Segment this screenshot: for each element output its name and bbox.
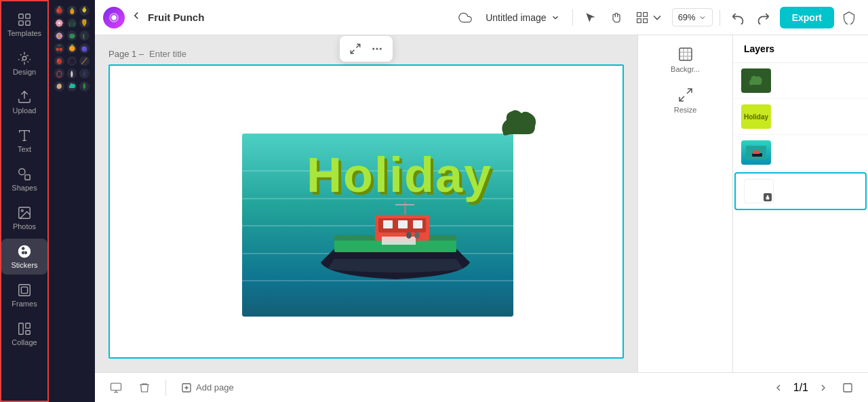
stickers-icon bbox=[17, 244, 32, 259]
sidebar-item-upload[interactable]: Upload bbox=[1, 84, 47, 120]
page-thumbnail-button[interactable] bbox=[106, 378, 126, 398]
file-name-button[interactable]: Untitled image bbox=[480, 9, 566, 26]
bottom-divider bbox=[165, 380, 166, 396]
sidebar-item-shapes[interactable]: Shapes bbox=[1, 161, 47, 197]
page-title-input[interactable] bbox=[149, 49, 263, 59]
sticker-dark-blob[interactable] bbox=[67, 56, 77, 66]
zoom-button[interactable]: 69% bbox=[672, 8, 713, 26]
canvas-scroll-area[interactable]: Page 1 – bbox=[95, 35, 637, 372]
sticker-white-shape[interactable] bbox=[67, 68, 77, 79]
layer-item-cloud[interactable] bbox=[733, 63, 868, 99]
svg-rect-13 bbox=[26, 331, 30, 335]
hand-tool-button[interactable] bbox=[606, 7, 627, 28]
svg-point-54 bbox=[56, 48, 57, 49]
zoom-level: 69% bbox=[678, 12, 696, 22]
sticker-blueberry[interactable] bbox=[79, 43, 90, 54]
layer-item-boat[interactable] bbox=[733, 135, 868, 171]
view-options-button[interactable] bbox=[631, 7, 668, 28]
sticker-cherries[interactable] bbox=[54, 43, 64, 54]
sidebar-item-stickers[interactable]: Stickers bbox=[1, 239, 47, 275]
divider bbox=[572, 9, 573, 26]
sticker-leaf[interactable] bbox=[79, 18, 90, 28]
layer-item-empty[interactable] bbox=[734, 172, 867, 210]
sticker-apple[interactable] bbox=[54, 5, 64, 16]
sticker-green-chili2[interactable] bbox=[79, 81, 90, 92]
collage-icon bbox=[17, 321, 32, 336]
svg-point-51 bbox=[59, 35, 60, 36]
canva-logo[interactable] bbox=[103, 7, 125, 28]
holiday-text-element[interactable]: Holiday bbox=[307, 147, 492, 203]
next-page-button[interactable] bbox=[814, 378, 833, 397]
undo-button[interactable] bbox=[727, 7, 749, 28]
sticker-chili[interactable] bbox=[79, 31, 90, 41]
templates-label: Templates bbox=[7, 29, 41, 37]
sidebar-item-frames[interactable]: Frames bbox=[1, 277, 47, 313]
add-page-button[interactable]: Add page bbox=[177, 378, 238, 397]
sidebar-item-design[interactable]: Design bbox=[1, 45, 47, 81]
sticker-grass[interactable] bbox=[67, 18, 77, 28]
sticker-red-oval[interactable] bbox=[54, 56, 64, 66]
svg-rect-6 bbox=[25, 175, 30, 180]
svg-point-64 bbox=[57, 71, 62, 77]
sticker-tan-blob[interactable] bbox=[54, 81, 64, 92]
more-options-button[interactable] bbox=[367, 39, 387, 59]
sticker-pear[interactable] bbox=[79, 5, 90, 16]
sidebar-item-text[interactable]: Text bbox=[1, 123, 47, 159]
svg-rect-10 bbox=[21, 287, 27, 293]
cloud-save-icon bbox=[458, 11, 472, 24]
sticker-dark-diamond[interactable] bbox=[79, 68, 90, 79]
svg-rect-65 bbox=[637, 12, 641, 16]
stickers-label: Stickers bbox=[11, 261, 37, 269]
select-tool-button[interactable] bbox=[580, 7, 601, 28]
photos-label: Photos bbox=[13, 222, 36, 230]
sticker-orange[interactable] bbox=[67, 43, 77, 54]
shield-button[interactable] bbox=[838, 7, 860, 28]
boat-svg-container bbox=[307, 195, 484, 303]
svg-point-71 bbox=[380, 48, 382, 50]
sidebar-item-photos[interactable]: Photos bbox=[1, 200, 47, 236]
sticker-flower2[interactable] bbox=[54, 31, 64, 41]
cloud-sticker-element[interactable] bbox=[493, 103, 547, 153]
back-button[interactable] bbox=[130, 9, 142, 25]
layer-lock-icon bbox=[764, 193, 772, 201]
svg-rect-67 bbox=[637, 18, 641, 22]
delete-page-button[interactable] bbox=[134, 378, 155, 398]
svg-rect-92 bbox=[844, 384, 852, 392]
canvas-content: Holiday bbox=[110, 66, 623, 357]
shapes-label: Shapes bbox=[12, 184, 37, 192]
background-tool-button[interactable]: Backgr... bbox=[644, 41, 727, 79]
add-page-icon bbox=[181, 382, 192, 393]
sticker-stick[interactable] bbox=[79, 56, 90, 66]
export-button[interactable]: Export bbox=[780, 7, 834, 28]
svg-point-63 bbox=[58, 59, 59, 61]
top-bar-center: Untitled image bbox=[454, 7, 774, 28]
sticker-pineapple[interactable] bbox=[67, 5, 77, 16]
save-button[interactable] bbox=[454, 7, 476, 28]
left-sidebar: Templates Design Upload Text Shapes bbox=[0, 0, 49, 402]
expand-button[interactable] bbox=[345, 39, 366, 59]
sticker-green-blob[interactable] bbox=[67, 31, 77, 41]
shield-icon bbox=[842, 11, 856, 24]
view-dropdown-icon bbox=[650, 11, 664, 24]
svg-rect-85 bbox=[679, 48, 692, 60]
svg-point-56 bbox=[69, 45, 75, 52]
svg-point-52 bbox=[56, 48, 59, 52]
zoom-dropdown-icon bbox=[698, 14, 707, 22]
expand-view-button[interactable] bbox=[838, 378, 857, 397]
resize-tool-button[interactable]: Resize bbox=[644, 81, 727, 119]
sidebar-item-collage[interactable]: Collage bbox=[1, 316, 47, 352]
sticker-teal-cloud[interactable] bbox=[67, 81, 77, 92]
redo-button[interactable] bbox=[753, 7, 774, 28]
stickers-panel bbox=[49, 0, 95, 402]
layers-title: Layers bbox=[744, 43, 774, 54]
sticker-red-ring[interactable] bbox=[54, 68, 64, 79]
sticker-flower1[interactable] bbox=[54, 18, 64, 28]
layer-item-holiday[interactable]: Holiday bbox=[733, 99, 868, 135]
cursor-icon bbox=[584, 11, 597, 24]
prev-page-button[interactable] bbox=[769, 378, 788, 397]
main-area: Fruit Punch Untitled image bbox=[95, 0, 868, 402]
sidebar-item-templates[interactable]: Templates bbox=[1, 7, 47, 43]
svg-rect-88 bbox=[753, 150, 760, 154]
svg-point-61 bbox=[84, 46, 85, 47]
svg-point-36 bbox=[58, 22, 60, 24]
